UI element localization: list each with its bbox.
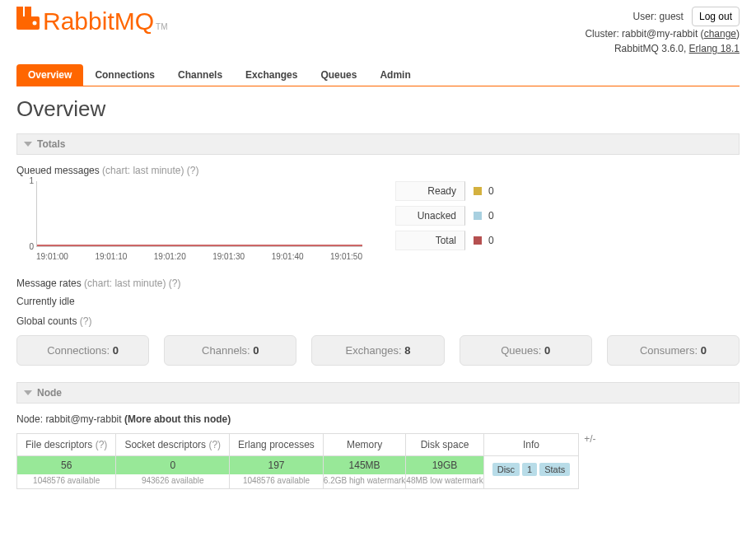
erlang-link[interactable]: Erlang 18.1 <box>689 43 740 54</box>
proc-sub: 1048576 available <box>230 474 323 488</box>
totals-section-toggle[interactable]: Totals <box>16 133 740 155</box>
col-socket-descriptors: Socket descriptors (?) <box>116 434 230 456</box>
count-queues[interactable]: Queues: 0 <box>460 335 592 366</box>
tab-overview[interactable]: Overview <box>16 64 83 86</box>
disk-value: 19GB <box>406 456 483 474</box>
chevron-down-icon <box>24 390 32 395</box>
change-cluster-link[interactable]: change <box>704 28 736 40</box>
col-info: Info <box>483 434 579 456</box>
more-about-node-link[interactable]: (More about this node) <box>124 413 231 425</box>
fd-help-icon[interactable]: (?) <box>96 439 108 450</box>
sd-value: 0 <box>116 456 229 474</box>
badge-count[interactable]: 1 <box>522 463 537 476</box>
col-disk-space: Disk space <box>406 434 483 456</box>
rabbitmq-icon <box>16 7 40 30</box>
x-tick: 19:01:20 <box>154 252 186 261</box>
chevron-down-icon <box>24 142 32 147</box>
x-tick: 19:01:50 <box>330 252 362 261</box>
cluster-label: Cluster: <box>585 28 618 40</box>
x-tick: 19:01:10 <box>95 252 127 261</box>
cluster-value: rabbit@my-rabbit <box>622 28 698 40</box>
count-connections[interactable]: Connections: 0 <box>16 335 149 366</box>
user-label: User: <box>633 11 657 22</box>
idle-text: Currently idle <box>16 296 740 307</box>
chart-hint: (chart: last minute) <box>102 165 184 176</box>
fd-value: 56 <box>17 456 115 474</box>
totals-title: Totals <box>37 138 65 150</box>
main-tabs: Overview Connections Channels Exchanges … <box>16 64 740 86</box>
global-counts-help-icon[interactable]: (?) <box>80 315 92 327</box>
legend-unacked[interactable]: Unacked 0 <box>395 206 494 226</box>
page-title: Overview <box>16 96 740 122</box>
node-title: Node <box>37 387 62 399</box>
message-rates-label: Message rates <box>16 278 82 289</box>
mem-value: 145MB <box>324 456 406 474</box>
total-swatch-icon <box>474 236 482 245</box>
unacked-swatch-icon <box>474 212 482 220</box>
user-value: guest <box>660 11 684 22</box>
global-counts-label: Global counts <box>16 315 77 327</box>
chart-legend: Ready 0 Unacked 0 Total 0 <box>395 181 494 250</box>
tab-admin[interactable]: Admin <box>368 64 422 86</box>
legend-ready[interactable]: Ready 0 <box>395 181 494 201</box>
col-memory: Memory <box>323 434 406 456</box>
proc-value: 197 <box>230 456 323 474</box>
table-columns-toggle[interactable]: +/- <box>579 433 595 445</box>
mem-sub: 6.2GB high watermark <box>324 474 406 488</box>
node-name: rabbit@my-rabbit <box>45 413 121 425</box>
tab-connections[interactable]: Connections <box>83 64 166 86</box>
brand-text: RabbitMQ <box>43 7 154 35</box>
rates-chart-hint: (chart: last minute) <box>84 278 166 289</box>
count-consumers[interactable]: Consumers: 0 <box>607 335 740 366</box>
x-tick: 19:01:00 <box>36 252 68 261</box>
badge-stats[interactable]: Stats <box>539 463 570 476</box>
badge-disc[interactable]: Disc <box>492 463 520 476</box>
x-tick: 19:01:30 <box>212 252 245 261</box>
queued-messages-label: Queued messages <box>16 165 100 176</box>
trademark: TM <box>156 22 167 31</box>
chart-total-line <box>37 245 362 246</box>
node-stats-table: File descriptors (?) Socket descriptors … <box>16 433 579 489</box>
tab-exchanges[interactable]: Exchanges <box>234 64 309 86</box>
version-text: RabbitMQ 3.6.0, <box>614 43 686 54</box>
y-tick-max: 1 <box>17 176 34 185</box>
legend-total[interactable]: Total 0 <box>395 231 494 250</box>
ready-swatch-icon <box>474 187 482 195</box>
col-file-descriptors: File descriptors (?) <box>17 434 116 456</box>
count-channels[interactable]: Channels: 0 <box>164 335 296 366</box>
node-section-toggle[interactable]: Node <box>16 382 740 404</box>
tab-channels[interactable]: Channels <box>166 64 234 86</box>
node-label: Node: <box>16 413 43 425</box>
svg-point-3 <box>33 21 37 26</box>
y-tick-min: 0 <box>17 242 34 251</box>
rates-help-icon[interactable]: (?) <box>169 278 181 289</box>
col-erlang-processes: Erlang processes <box>230 434 324 456</box>
sd-sub: 943626 available <box>116 474 229 488</box>
count-exchanges[interactable]: Exchanges: 8 <box>311 335 444 366</box>
queued-help-icon[interactable]: (?) <box>187 165 199 176</box>
queued-messages-chart: 1 0 19:01:00 19:01:10 19:01:20 19:01:30 … <box>16 181 362 261</box>
sd-help-icon[interactable]: (?) <box>208 439 221 450</box>
x-tick: 19:01:40 <box>272 252 304 261</box>
brand-logo: RabbitMQ TM <box>16 7 168 35</box>
disk-sub: 48MB low watermark <box>406 474 483 488</box>
tab-queues[interactable]: Queues <box>309 64 368 86</box>
fd-sub: 1048576 available <box>17 474 115 488</box>
logout-button[interactable]: Log out <box>692 7 740 26</box>
